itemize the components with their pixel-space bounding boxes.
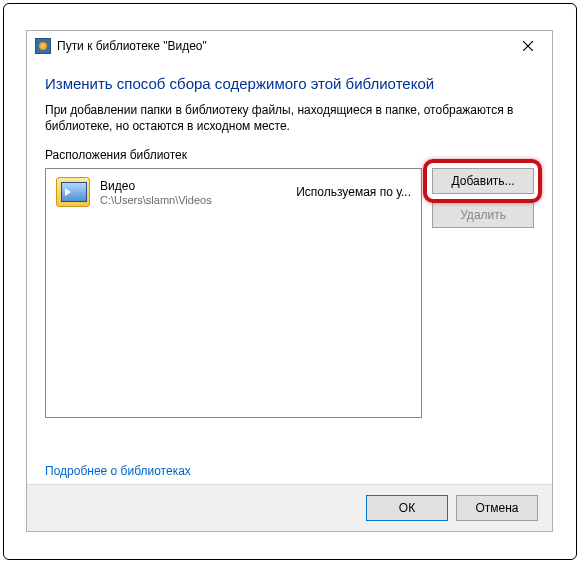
side-buttons: Добавить... Удалить xyxy=(432,168,534,228)
list-item[interactable]: Видео C:\Users\slamn\Videos Используемая… xyxy=(52,173,415,211)
ok-button[interactable]: ОК xyxy=(366,495,448,521)
item-texts: Видео C:\Users\slamn\Videos xyxy=(100,179,296,206)
cancel-button[interactable]: Отмена xyxy=(456,495,538,521)
learn-more-link[interactable]: Подробнее о библиотеках xyxy=(45,464,191,478)
window-title: Пути к библиотеке "Видео" xyxy=(57,39,506,53)
item-name: Видео xyxy=(100,179,296,193)
main-heading: Изменить способ сбора содержимого этой б… xyxy=(45,75,534,92)
middle-row: Видео C:\Users\slamn\Videos Используемая… xyxy=(45,168,534,446)
close-icon xyxy=(523,41,533,51)
remove-button[interactable]: Удалить xyxy=(432,202,534,228)
video-folder-icon xyxy=(56,177,90,207)
dialog-footer: ОК Отмена xyxy=(27,484,552,531)
library-icon xyxy=(35,38,51,54)
titlebar: Пути к библиотеке "Видео" xyxy=(27,31,552,61)
library-locations-list[interactable]: Видео C:\Users\slamn\Videos Используемая… xyxy=(45,168,422,418)
close-button[interactable] xyxy=(506,32,550,60)
screenshot-frame: Пути к библиотеке "Видео" Изменить спосо… xyxy=(3,3,577,560)
section-label: Расположения библиотек xyxy=(45,148,534,162)
item-status: Используемая по у... xyxy=(296,185,411,199)
description-text: При добавлении папки в библиотеку файлы,… xyxy=(45,102,534,134)
item-path: C:\Users\slamn\Videos xyxy=(100,194,296,206)
dialog-window: Пути к библиотеке "Видео" Изменить спосо… xyxy=(26,30,553,532)
add-button[interactable]: Добавить... xyxy=(432,168,534,194)
content-area: Изменить способ сбора содержимого этой б… xyxy=(27,61,552,484)
